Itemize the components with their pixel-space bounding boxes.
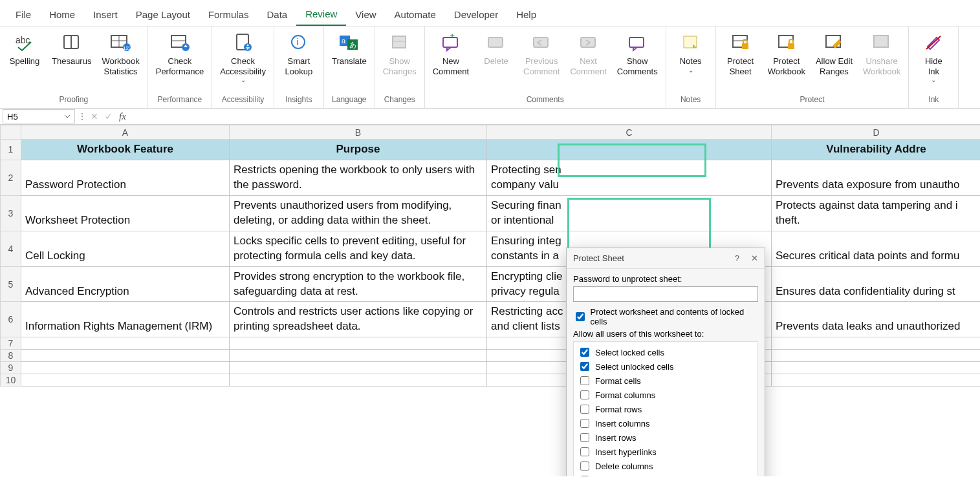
row-header[interactable]: 7 [1, 337, 21, 350]
cell[interactable]: Prevents data exposure from unautho [772, 160, 981, 195]
new-comment-button[interactable]: +NewComment [429, 29, 473, 79]
header-cell[interactable]: Vulnerability Addre [772, 140, 981, 160]
col-header-b[interactable]: B [230, 125, 487, 140]
tab-automate[interactable]: Automate [386, 5, 445, 25]
tab-home[interactable]: Home [40, 5, 84, 25]
cell[interactable]: Protects against data tampering and i th… [772, 195, 981, 231]
row-header[interactable]: 5 [1, 266, 21, 302]
header-cell[interactable] [487, 140, 772, 160]
allow-option-checkbox[interactable] [580, 376, 589, 385]
cell[interactable]: Locks specific cells to prevent editing,… [230, 231, 487, 266]
col-header-a[interactable]: A [21, 125, 230, 140]
allow-edit-ranges-label: Allow EditRanges [816, 56, 853, 76]
group-notes-label: Notes [670, 94, 712, 107]
check-accessibility-label: CheckAccessibility [220, 56, 266, 76]
select-all-corner[interactable] [1, 125, 21, 140]
cell[interactable]: Restricts opening the workbook to only u… [230, 160, 487, 195]
cancel-formula-icon[interactable]: ✕ [91, 111, 98, 122]
allow-option-checkbox[interactable] [580, 447, 589, 456]
row-header[interactable]: 2 [1, 160, 21, 195]
allow-option-checkbox[interactable] [580, 390, 589, 399]
cell[interactable]: Worksheet Protection [21, 195, 230, 231]
tab-file[interactable]: File [6, 5, 40, 25]
workbook-stats-label: WorkbookStatistics [102, 56, 139, 76]
tab-help[interactable]: Help [507, 5, 545, 25]
translate-button[interactable]: aあTranslate [328, 29, 371, 69]
thesaurus-button[interactable]: Thesaurus [48, 29, 95, 69]
allow-option-checkbox[interactable] [580, 405, 589, 414]
cell[interactable]: Information Rights Management (IRM) [21, 302, 230, 337]
group-insights-label: Insights [278, 94, 320, 107]
check-accessibility-button[interactable]: CheckAccessibility⌄ [216, 29, 270, 86]
cell[interactable]: Prevents data leaks and unauthorized [772, 302, 981, 337]
tab-developer[interactable]: Developer [445, 5, 507, 25]
tab-review[interactable]: Review [296, 5, 346, 26]
row-header[interactable]: 10 [1, 374, 21, 387]
row-header[interactable]: 3 [1, 195, 21, 231]
allow-option-checkbox[interactable] [580, 461, 589, 471]
row-header-1[interactable]: 1 [1, 140, 21, 160]
tab-view[interactable]: View [346, 5, 385, 25]
smart-lookup-button[interactable]: iSmartLookup [278, 29, 320, 79]
spelling-button[interactable]: abcSpelling [4, 29, 45, 69]
password-input[interactable] [573, 286, 758, 302]
row-header[interactable]: 9 [1, 362, 21, 374]
allow-option-checkbox[interactable] [580, 476, 589, 476]
group-performance-label: Performance [152, 94, 208, 107]
allow-option-checkbox[interactable] [580, 433, 589, 442]
formula-input[interactable] [130, 109, 980, 123]
prev-comment-label: PreviousComment [523, 56, 560, 76]
dialog-help-icon[interactable]: ? [735, 253, 739, 263]
enter-formula-icon[interactable]: ✓ [105, 111, 113, 122]
tab-insert[interactable]: Insert [84, 5, 127, 25]
allow-option-label: Delete columns [595, 461, 653, 471]
cell[interactable]: Secures critical data points and formu [772, 231, 981, 266]
svg-rect-20 [393, 36, 406, 48]
show-comments-button[interactable]: ShowComments [613, 29, 662, 79]
dialog-close-icon[interactable]: ✕ [751, 253, 758, 263]
header-cell[interactable]: Purpose [230, 140, 487, 160]
menu-tabs: FileHomeInsertPage LayoutFormulasDataRev… [0, 0, 980, 26]
allow-option-checkbox[interactable] [580, 362, 589, 371]
workbook-stats-button[interactable]: 123WorkbookStatistics [98, 29, 143, 79]
tab-page-layout[interactable]: Page Layout [127, 5, 199, 25]
cell[interactable]: Provides strong encryption to the workbo… [230, 266, 487, 302]
cell[interactable]: Controls and restricts user actions like… [230, 302, 487, 337]
group-changes-label: Changes [379, 94, 420, 107]
cell[interactable]: Advanced Encryption [21, 266, 230, 302]
tab-formulas[interactable]: Formulas [199, 5, 258, 25]
svg-point-13 [246, 45, 248, 47]
cell[interactable]: Prevents unauthorized users from modifyi… [230, 195, 487, 231]
protect-contents-checkbox[interactable] [576, 312, 585, 321]
cell[interactable]: Password Protection [21, 160, 230, 195]
check-performance-button[interactable]: CheckPerformance [152, 29, 208, 79]
fx-icon[interactable]: fx [119, 111, 126, 122]
protect-sheet-button[interactable]: ProtectSheet [720, 29, 761, 79]
col-header-d[interactable]: D [772, 125, 981, 140]
cell[interactable]: Ensures data confidentiality during st [772, 266, 981, 302]
cell[interactable]: Cell Locking [21, 231, 230, 266]
unshare-workbook-button: UnshareWorkbook [859, 29, 904, 79]
allow-option-label: Format rows [595, 405, 642, 414]
hide-ink-button[interactable]: HideInk⌄ [913, 29, 954, 86]
row-header[interactable]: 8 [1, 350, 21, 362]
allow-option-checkbox[interactable] [580, 348, 589, 357]
cell[interactable]: Securing finan or intentional [487, 195, 772, 231]
tab-data[interactable]: Data [257, 5, 296, 25]
protect-workbook-button[interactable]: ProtectWorkbook [764, 29, 809, 79]
delete-comment-button: Delete [475, 29, 517, 69]
spelling-label: Spelling [10, 56, 39, 67]
group-language-label: Language [328, 94, 371, 107]
group-proofing-label: Proofing [4, 94, 144, 107]
allow-option-label: Insert hyperlinks [595, 447, 657, 457]
allow-option-checkbox[interactable] [580, 419, 589, 428]
name-box[interactable]: H5 [3, 109, 75, 123]
worksheet-grid[interactable]: A B C D 1Workbook FeaturePurposeVulnerab… [0, 125, 980, 476]
col-header-c[interactable]: C [487, 125, 772, 140]
notes-button[interactable]: Notes⌄ [670, 29, 712, 76]
row-header[interactable]: 6 [1, 302, 21, 337]
row-header[interactable]: 4 [1, 231, 21, 266]
header-cell[interactable]: Workbook Feature [21, 140, 230, 160]
cell[interactable]: Protecting sen company valu [487, 160, 772, 195]
allow-edit-ranges-button[interactable]: Allow EditRanges [812, 29, 856, 79]
